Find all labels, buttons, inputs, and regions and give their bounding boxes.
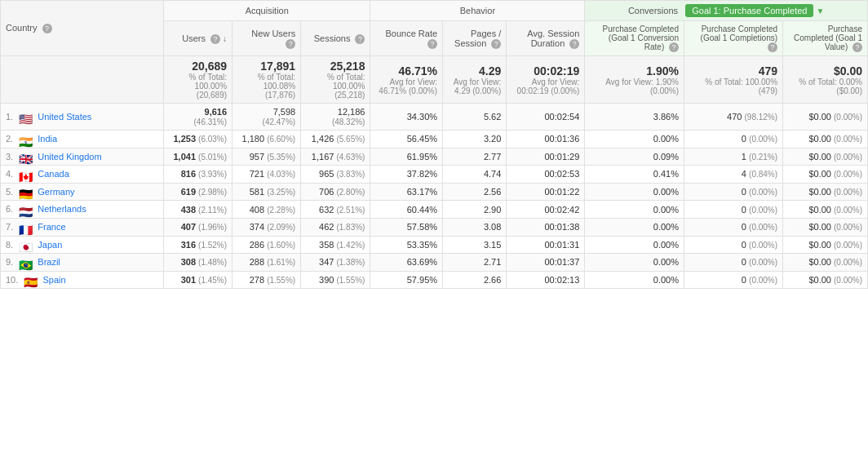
purchase-rate-cell-0: 3.86%	[585, 104, 684, 131]
new-users-cell-3: 721 (4.03%)	[232, 166, 301, 184]
purchase-rate-help-icon[interactable]: ?	[669, 42, 679, 52]
avg-session-col-header: Avg. Session Duration ?	[507, 21, 585, 56]
avg-session-cell-2: 00:01:29	[507, 148, 585, 166]
pages-session-cell-6: 3.08	[443, 218, 507, 236]
purchase-value-cell-9: $0.00 (0.00%)	[783, 271, 868, 289]
users-cell-5: 438 (2.11%)	[164, 201, 232, 219]
bounce-rate-cell-2: 61.95%	[370, 148, 443, 166]
bounce-rate-help-icon[interactable]: ?	[427, 39, 437, 49]
country-link-3[interactable]: Canada	[38, 169, 69, 179]
bounce-rate-cell-9: 57.95%	[370, 271, 443, 289]
pages-session-cell-9: 2.66	[443, 271, 507, 289]
purchase-completions-cell-2: 1 (0.21%)	[684, 148, 783, 166]
pages-session-help-icon[interactable]: ?	[491, 39, 501, 49]
purchase-value-cell-1: $0.00 (0.00%)	[783, 131, 868, 148]
country-cell-5: 6. 🇳🇱 Netherlands	[1, 201, 164, 219]
country-label: Country	[6, 23, 38, 33]
row-number-7: 8.	[6, 240, 13, 250]
avg-session-cell-4: 00:01:22	[507, 183, 585, 201]
totals-avg-session-cell: 00:02:19 Avg for View: 00:02:19 (0.00%)	[507, 56, 585, 104]
purchase-completions-cell-4: 0 (0.00%)	[684, 183, 783, 201]
flag-icon-7: 🇯🇵	[19, 241, 32, 250]
sessions-cell-3: 965 (3.83%)	[301, 166, 370, 184]
table-row: 4. 🇨🇦 Canada 816 (3.93%) 721 (4.03%) 965…	[1, 166, 868, 184]
pages-session-cell-7: 3.15	[443, 236, 507, 254]
dropdown-arrow-icon: ▼	[817, 7, 825, 16]
sessions-help-icon[interactable]: ?	[355, 34, 365, 44]
new-users-help-icon[interactable]: ?	[286, 39, 295, 49]
sessions-cell-5: 632 (2.51%)	[301, 201, 370, 219]
totals-purchase-rate-cell: 1.90% Avg for View: 1.90% (0.00%)	[585, 56, 684, 104]
conversions-group-header: Conversions Goal 1: Purchase Completed ▼	[585, 1, 868, 21]
country-help-icon[interactable]: ?	[42, 24, 52, 33]
country-link-4[interactable]: Germany	[38, 187, 74, 197]
analytics-table-container: Country ? Acquisition Behavior Conversio…	[0, 0, 868, 289]
country-link-0[interactable]: United States	[38, 112, 91, 122]
avg-session-cell-1: 00:01:36	[507, 131, 585, 148]
country-cell-6: 7. 🇫🇷 France	[1, 218, 164, 236]
table-row: 5. 🇩🇪 Germany 619 (2.98%) 581 (3.25%) 70…	[1, 183, 868, 201]
purchase-value-cell-4: $0.00 (0.00%)	[783, 183, 868, 201]
purchase-value-col-header: Purchase Completed (Goal 1 Value) ?	[783, 21, 868, 56]
purchase-completions-cell-9: 0 (0.00%)	[684, 271, 783, 289]
purchase-value-cell-2: $0.00 (0.00%)	[783, 148, 868, 166]
row-number-9: 10.	[6, 275, 18, 285]
country-link-7[interactable]: Japan	[38, 240, 62, 250]
purchase-value-cell-6: $0.00 (0.00%)	[783, 218, 868, 236]
country-link-8[interactable]: Brazil	[38, 257, 60, 267]
users-help-icon[interactable]: ?	[210, 34, 220, 44]
purchase-rate-cell-1: 0.00%	[585, 131, 684, 148]
users-cell-6: 407 (1.96%)	[164, 218, 232, 236]
sessions-cell-4: 706 (2.80%)	[301, 183, 370, 201]
purchase-rate-cell-6: 0.00%	[585, 218, 684, 236]
sessions-cell-1: 1,426 (5.65%)	[301, 131, 370, 148]
group-header-row: Country ? Acquisition Behavior Conversio…	[1, 1, 868, 21]
purchase-value-help-icon[interactable]: ?	[852, 42, 862, 52]
purchase-completions-cell-7: 0 (0.00%)	[684, 236, 783, 254]
flag-icon-8: 🇧🇷	[19, 259, 32, 268]
new-users-col-header: New Users ?	[232, 21, 301, 56]
row-number-3: 4.	[6, 169, 13, 179]
table-row: 10. 🇪🇸 Spain 301 (1.45%) 278 (1.55%) 390…	[1, 271, 868, 289]
country-cell-1: 2. 🇮🇳 India	[1, 131, 164, 148]
flag-icon-9: 🇪🇸	[24, 276, 37, 285]
users-sort-icon[interactable]: ↓	[223, 34, 227, 43]
analytics-table: Country ? Acquisition Behavior Conversio…	[0, 0, 868, 289]
new-users-cell-7: 286 (1.60%)	[232, 236, 301, 254]
flag-icon-1: 🇮🇳	[19, 135, 32, 144]
avg-session-cell-0: 00:02:54	[507, 104, 585, 131]
users-cell-2: 1,041 (5.01%)	[164, 148, 232, 166]
pages-session-cell-0: 5.62	[443, 104, 507, 131]
purchase-completions-cell-0: 470 (98.12%)	[684, 104, 783, 131]
bounce-rate-cell-4: 63.17%	[370, 183, 443, 201]
avg-session-help-icon[interactable]: ?	[569, 39, 579, 49]
purchase-rate-cell-4: 0.00%	[585, 183, 684, 201]
totals-row: 20,689 % of Total: 100.00% (20,689) 17,8…	[1, 56, 868, 104]
goal-dropdown[interactable]: Goal 1: Purchase Completed	[685, 4, 813, 17]
table-row: 1. 🇺🇸 United States 9,616 (46.31%) 7,598…	[1, 104, 868, 131]
country-link-1[interactable]: India	[38, 134, 57, 144]
table-row: 3. 🇬🇧 United Kingdom 1,041 (5.01%) 957 (…	[1, 148, 868, 166]
purchase-completions-help-icon[interactable]: ?	[768, 42, 777, 52]
table-row: 2. 🇮🇳 India 1,253 (6.03%) 1,180 (6.60%) …	[1, 131, 868, 148]
users-cell-3: 816 (3.93%)	[164, 166, 232, 184]
table-row: 7. 🇫🇷 France 407 (1.96%) 374 (2.09%) 462…	[1, 218, 868, 236]
new-users-cell-8: 288 (1.61%)	[232, 254, 301, 272]
purchase-value-cell-3: $0.00 (0.00%)	[783, 166, 868, 184]
country-cell-7: 8. 🇯🇵 Japan	[1, 236, 164, 254]
purchase-rate-cell-3: 0.41%	[585, 166, 684, 184]
row-number-6: 7.	[6, 222, 13, 232]
country-link-5[interactable]: Netherlands	[38, 204, 86, 214]
flag-icon-6: 🇫🇷	[19, 224, 32, 233]
users-cell-9: 301 (1.45%)	[164, 271, 232, 289]
avg-session-cell-7: 00:01:31	[507, 236, 585, 254]
bounce-rate-cell-6: 57.58%	[370, 218, 443, 236]
flag-icon-2: 🇬🇧	[19, 153, 32, 162]
country-link-2[interactable]: United Kingdom	[38, 152, 101, 162]
country-link-9[interactable]: Spain	[42, 275, 65, 285]
purchase-value-cell-8: $0.00 (0.00%)	[783, 254, 868, 272]
country-link-6[interactable]: France	[38, 222, 65, 232]
country-cell-9: 10. 🇪🇸 Spain	[1, 271, 164, 289]
purchase-completions-cell-1: 0 (0.00%)	[684, 131, 783, 148]
flag-icon-4: 🇩🇪	[19, 188, 32, 197]
